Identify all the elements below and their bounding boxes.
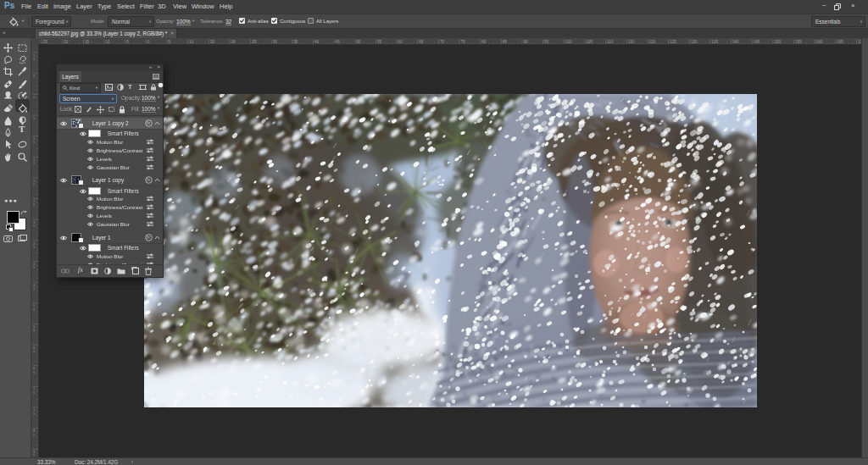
svg-text:40: 40 [314,40,320,44]
svg-text:10: 10 [106,40,111,44]
svg-text:90: 90 [524,40,529,44]
svg-text:145: 145 [754,40,760,44]
svg-text:100: 100 [565,40,572,44]
svg-text:55: 55 [377,40,382,44]
svg-text:0: 0 [33,57,36,61]
svg-text:110: 110 [607,40,614,44]
svg-text:25: 25 [252,40,257,44]
svg-text:130: 130 [691,40,698,44]
svg-text:0: 0 [33,390,36,395]
svg-text:0: 0 [33,265,36,269]
svg-text:fx: fx [147,120,150,125]
svg-text:75: 75 [461,40,466,44]
svg-text:5: 5 [33,286,36,291]
svg-text:65: 65 [419,40,424,44]
svg-text:85: 85 [503,40,508,44]
svg-text:0: 0 [33,224,36,228]
svg-text:0: 0 [33,349,36,353]
svg-text:105: 105 [586,40,593,44]
svg-text:5: 5 [169,40,171,44]
svg-text:35: 35 [293,40,298,44]
svg-text:0: 0 [33,140,36,144]
svg-text:170: 170 [858,40,861,44]
svg-text:15: 15 [210,40,215,44]
svg-text:135: 135 [711,40,718,44]
svg-text:5: 5 [33,453,36,456]
svg-text:0: 0 [33,433,36,437]
svg-text:0: 0 [147,40,150,44]
svg-text:140: 140 [732,40,739,44]
svg-text:160: 160 [816,40,823,44]
svg-text:80: 80 [481,40,487,44]
svg-text:5: 5 [33,202,36,207]
svg-text:15: 15 [85,40,90,44]
svg-text:125: 125 [670,40,676,44]
svg-text:5: 5 [33,74,36,78]
svg-text:165: 165 [837,40,843,44]
svg-text:0: 0 [33,182,36,186]
svg-text:10: 10 [189,40,194,44]
svg-text:5: 5 [126,40,129,44]
svg-text:5: 5 [33,161,36,165]
svg-text:0: 0 [33,95,36,99]
svg-text:5: 5 [33,116,36,120]
svg-text:fx: fx [147,177,150,182]
svg-text:115: 115 [628,40,635,44]
svg-text:25: 25 [43,40,48,44]
svg-text:30: 30 [273,40,278,44]
svg-text:5: 5 [33,328,36,332]
svg-text:fx: fx [147,235,150,240]
svg-text:50: 50 [356,40,361,44]
svg-text:120: 120 [648,40,655,44]
svg-text:5: 5 [33,412,36,416]
svg-text:150: 150 [774,40,781,44]
svg-text:20: 20 [231,40,236,44]
svg-text:5: 5 [33,245,36,249]
svg-text:155: 155 [795,40,802,44]
svg-text:20: 20 [64,40,69,44]
svg-text:70: 70 [440,40,445,44]
svg-text:5: 5 [33,370,36,374]
svg-text:45: 45 [336,40,341,44]
svg-text:0: 0 [33,307,36,312]
svg-text:95: 95 [544,40,549,44]
svg-text:60: 60 [398,40,403,44]
